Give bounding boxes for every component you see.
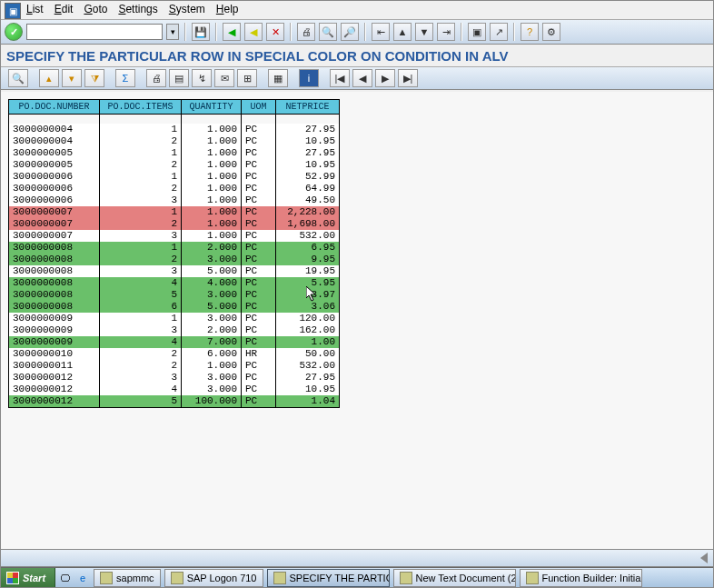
table-row[interactable]: 300000000853.000PC3.97 (9, 289, 340, 301)
cell[interactable]: 3000000012 (9, 395, 100, 408)
menu-system[interactable]: System (169, 3, 205, 15)
cell[interactable]: 19.95 (276, 265, 340, 277)
exit-icon[interactable]: ◀ (244, 23, 263, 41)
cell[interactable]: PC (242, 242, 276, 254)
cell[interactable]: PC (242, 313, 276, 324)
last-page-icon[interactable]: ⇥ (437, 23, 455, 41)
cell[interactable]: 3000000005 (9, 147, 100, 159)
cell[interactable]: 52.99 (276, 171, 340, 183)
cell[interactable]: 3000000010 (9, 348, 100, 360)
cell[interactable]: 27.95 (276, 124, 340, 135)
table-row[interactable]: 300000000511.000PC27.95 (9, 147, 340, 159)
save-icon[interactable]: 💾 (192, 23, 210, 41)
cell[interactable]: 3000000006 (9, 171, 100, 183)
cell[interactable]: 10.95 (276, 159, 340, 171)
cell[interactable]: 3000000008 (9, 277, 100, 289)
table-row[interactable]: 300000000421.000PC10.95 (9, 135, 340, 147)
info-icon[interactable]: i (299, 69, 319, 87)
cell[interactable]: 5.000 (182, 265, 242, 277)
cell[interactable]: PC (242, 194, 276, 206)
cell[interactable]: PC (242, 135, 276, 147)
cell[interactable]: 1 (100, 313, 182, 324)
menu-help[interactable]: Help (216, 3, 239, 15)
cell[interactable]: 3 (100, 265, 182, 277)
cell[interactable]: 3000000007 (9, 218, 100, 230)
cell[interactable]: PC (242, 124, 276, 135)
cell[interactable]: 3000000005 (9, 159, 100, 171)
table-row[interactable]: 300000000835.000PC19.95 (9, 265, 340, 277)
cell[interactable]: PC (242, 336, 276, 348)
cell[interactable]: 3.06 (276, 301, 340, 313)
cell[interactable]: PC (242, 230, 276, 242)
col-header[interactable]: NETPRICE (276, 100, 340, 115)
command-field[interactable] (26, 24, 163, 40)
cell[interactable]: PC (242, 147, 276, 159)
table-row[interactable]: 300000000844.000PC5.95 (9, 277, 340, 289)
cell[interactable]: PC (242, 372, 276, 384)
mail-icon[interactable]: ✉ (214, 69, 234, 87)
cell[interactable]: 7.000 (182, 336, 242, 348)
cell[interactable]: 1.000 (182, 218, 242, 230)
quicklaunch-desktop-icon[interactable]: 🖵 (55, 569, 74, 587)
cell[interactable]: 3.000 (182, 254, 242, 265)
cell[interactable]: 4 (100, 336, 182, 348)
alv-grid[interactable]: PO.DOC.NUMBERPO.DOC.ITEMSQUANTITYUOMNETP… (8, 99, 340, 408)
customize-icon[interactable]: ⚙ (542, 23, 560, 41)
taskbar-task[interactable]: Function Builder: Initial S... (520, 569, 642, 587)
cell[interactable]: 3000000009 (9, 336, 100, 348)
cell[interactable]: 3000000009 (9, 313, 100, 324)
cell[interactable]: 3000000007 (9, 206, 100, 218)
cell[interactable]: 1.000 (182, 135, 242, 147)
command-dropdown-icon[interactable]: ▾ (166, 24, 179, 40)
cell[interactable]: PC (242, 265, 276, 277)
menu-goto[interactable]: Goto (84, 3, 107, 15)
prev-record-icon[interactable]: ◀ (352, 69, 372, 87)
cell[interactable]: 10.95 (276, 384, 340, 395)
cell[interactable]: PC (242, 289, 276, 301)
cancel-icon[interactable]: ✕ (266, 23, 284, 41)
cell[interactable]: 5.000 (182, 301, 242, 313)
cell[interactable]: 2 (100, 360, 182, 372)
cell[interactable]: 1.000 (182, 183, 242, 194)
cell[interactable]: 1.00 (276, 336, 340, 348)
cell[interactable]: 4 (100, 277, 182, 289)
cell[interactable]: PC (242, 277, 276, 289)
cell[interactable]: 27.95 (276, 372, 340, 384)
cell[interactable]: 6.000 (182, 348, 242, 360)
cell[interactable]: 1.000 (182, 171, 242, 183)
cell[interactable]: 1.000 (182, 159, 242, 171)
cell[interactable]: 3 (100, 372, 182, 384)
col-header[interactable]: QUANTITY (182, 100, 242, 115)
col-header[interactable]: UOM (242, 100, 276, 115)
prev-page-icon[interactable]: ▲ (393, 23, 412, 41)
cell[interactable]: PC (242, 171, 276, 183)
cell[interactable]: 1.000 (182, 360, 242, 372)
table-row[interactable]: 300000000812.000PC6.95 (9, 242, 340, 254)
taskbar-task[interactable]: sapmmc (94, 569, 161, 587)
status-expand-icon[interactable] (700, 553, 708, 563)
table-row[interactable]: 300000000913.000PC120.00 (9, 313, 340, 324)
cell[interactable]: HR (242, 348, 276, 360)
cell[interactable]: 1.000 (182, 194, 242, 206)
views-icon[interactable]: ▤ (169, 69, 189, 87)
find-next-icon[interactable]: 🔎 (341, 23, 359, 41)
cell[interactable]: 162.00 (276, 324, 340, 336)
cell[interactable]: PC (242, 360, 276, 372)
cell[interactable]: 3 (100, 324, 182, 336)
cell[interactable]: 3000000004 (9, 135, 100, 147)
menu-settings[interactable]: Settings (118, 3, 157, 15)
print-icon[interactable]: 🖨 (146, 69, 166, 87)
layout-icon[interactable]: ▦ (268, 69, 288, 87)
cell[interactable]: 532.00 (276, 230, 340, 242)
cell[interactable]: 3000000004 (9, 124, 100, 135)
find-icon[interactable]: 🔍 (319, 23, 337, 41)
first-page-icon[interactable]: ⇤ (372, 23, 390, 41)
cell[interactable]: 3.000 (182, 289, 242, 301)
table-row[interactable]: 300000000865.000PC3.06 (9, 301, 340, 313)
cell[interactable]: 2,228.00 (276, 206, 340, 218)
cell[interactable]: PC (242, 301, 276, 313)
table-row[interactable]: 30000000125100.000PC1.04 (9, 395, 340, 408)
cell[interactable]: 1 (100, 206, 182, 218)
cell[interactable]: PC (242, 324, 276, 336)
cell[interactable]: 6 (100, 301, 182, 313)
